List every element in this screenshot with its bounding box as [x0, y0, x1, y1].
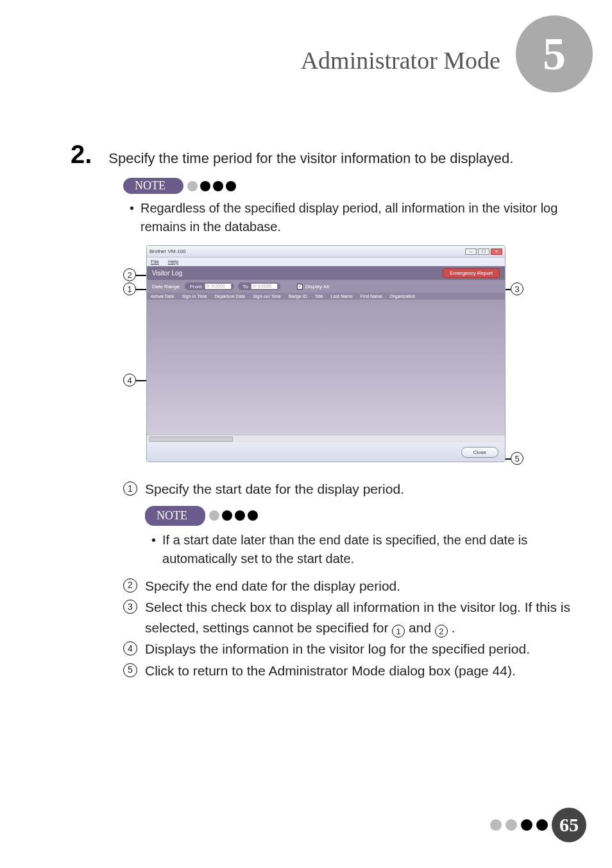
circle-4-icon: 4 [123, 641, 137, 655]
app-window: Brother VM-100 – ☐ × File Help Visitor L… [146, 245, 506, 462]
step-text: Specify the time period for the visitor … [108, 141, 513, 169]
to-label: To [243, 284, 248, 290]
dot-icon [490, 819, 502, 831]
date-range-row: Date Range: From 9/ 9/2008 To 9/ 9/2008 … [147, 280, 505, 293]
note-pill-row: NOTE [145, 506, 574, 526]
callout-line [506, 458, 511, 460]
scrollbar-thumb[interactable] [149, 437, 233, 442]
expl-text-3: Select this check box to display all inf… [145, 597, 574, 638]
expl-item-3: 3 Select this check box to display all i… [123, 597, 574, 638]
note-bullet: • Regardless of the specified display pe… [130, 199, 574, 236]
dot-icon [536, 819, 548, 831]
expl-3c: . [452, 620, 455, 635]
note-block-2: NOTE • If a start date later than the en… [145, 506, 574, 568]
note-pill-row: NOTE [123, 178, 574, 194]
col-header[interactable]: Departure Date [211, 294, 250, 299]
callout-3: 3 [511, 282, 523, 295]
menu-help[interactable]: Help [168, 259, 178, 265]
inline-circle-2-icon: 2 [435, 625, 448, 638]
display-all-group: ✓ Display All [297, 284, 329, 290]
callout-4: 4 [123, 374, 136, 386]
page-footer: 65 [490, 808, 586, 842]
dot-icon [200, 181, 210, 191]
col-header[interactable]: Title [311, 294, 327, 299]
table-header-row: Arrival Date Sign In Time Departure Date… [147, 293, 505, 300]
dot-icon [506, 819, 517, 831]
menu-file[interactable]: File [151, 259, 159, 265]
expl-3a: Select this check box to display all inf… [145, 600, 570, 635]
expl-item-1: 1 Specify the start date for the display… [123, 479, 574, 499]
col-header[interactable]: Sign In Time [178, 294, 211, 299]
expl-item-4: 4 Displays the information in the visito… [123, 639, 574, 659]
to-pill: To 9/ 9/2008 [238, 282, 280, 290]
from-label: From [190, 284, 202, 290]
emergency-report-button[interactable]: Emergency Report [443, 268, 500, 278]
circle-5-icon: 5 [123, 663, 137, 677]
callout-2: 2 [123, 268, 136, 281]
maximize-button[interactable]: ☐ [478, 248, 489, 255]
callout-1: 1 [123, 282, 136, 295]
expl-3b: and [409, 620, 435, 635]
col-header[interactable]: Last Name [327, 294, 357, 299]
col-header[interactable]: Sign-out Time [249, 294, 284, 299]
footer-bar: Close [147, 442, 505, 462]
chapter-badge: 5 [516, 15, 593, 92]
note-text: If a start date later than the end date … [162, 531, 561, 568]
dot-icon [187, 181, 198, 191]
bullet-icon: • [151, 531, 156, 568]
circle-1-icon: 1 [123, 482, 137, 496]
callout-line [506, 289, 511, 290]
menubar: File Help [147, 257, 505, 266]
inline-circle-1-icon: 1 [392, 625, 405, 638]
expl-text-1: Specify the start date for the display p… [145, 479, 404, 499]
close-button[interactable]: Close [461, 447, 498, 458]
expl-item-2: 2 Specify the end date for the display p… [123, 576, 574, 596]
page-content: 2. Specify the time period for the visit… [71, 141, 574, 682]
col-header[interactable]: First Name [357, 294, 386, 299]
expl-text-4: Displays the information in the visitor … [145, 639, 530, 659]
col-header[interactable]: Badge ID [285, 294, 311, 299]
dot-icon [248, 510, 258, 521]
dot-icon [235, 510, 245, 521]
window-title: Brother VM-100 [149, 248, 185, 254]
callout-line [136, 380, 146, 381]
from-date-input[interactable]: 9/ 9/2008 [205, 283, 232, 290]
screenshot-figure: 2 1 3 4 5 Brother VM-100 – ☐ × File Help [123, 245, 534, 462]
callout-line [136, 289, 146, 290]
dot-icon [226, 181, 236, 191]
window-close-button[interactable]: × [491, 248, 502, 255]
callout-line [136, 275, 146, 276]
minimize-button[interactable]: – [465, 248, 477, 255]
panel-title: Visitor Log [152, 270, 182, 277]
note-label: NOTE [145, 506, 205, 526]
note-bullet: • If a start date later than the end dat… [151, 531, 574, 568]
horizontal-scrollbar[interactable] [147, 435, 505, 442]
step-number: 2. [71, 141, 92, 167]
note-block-1: NOTE • Regardless of the specified displ… [123, 178, 574, 236]
expl-text-2: Specify the end date for the display per… [145, 576, 400, 596]
note-label: NOTE [123, 178, 183, 194]
page-number-badge: 65 [552, 808, 586, 842]
dot-icon [213, 181, 223, 191]
from-pill: From 9/ 9/2008 [185, 282, 234, 290]
window-buttons: – ☐ × [465, 248, 502, 255]
bullet-icon: • [130, 199, 134, 236]
display-all-checkbox[interactable]: ✓ [297, 284, 303, 290]
callout-5: 5 [511, 452, 523, 465]
col-header[interactable]: Arrival Date [147, 294, 178, 299]
circle-3-icon: 3 [123, 600, 137, 614]
note-text: Regardless of the specified display peri… [140, 199, 561, 236]
dot-decor [209, 510, 258, 521]
to-date-input[interactable]: 9/ 9/2008 [251, 283, 278, 290]
display-all-label: Display All [305, 284, 329, 290]
step-2: 2. Specify the time period for the visit… [71, 141, 574, 169]
titlebar: Brother VM-100 – ☐ × [147, 246, 505, 257]
dot-decor [187, 181, 236, 191]
expl-text-5: Click to return to the Administrator Mod… [145, 661, 516, 681]
table-body-empty [147, 300, 505, 435]
col-header[interactable]: Organization [386, 294, 420, 299]
dot-icon [222, 510, 232, 521]
explanation-list: 1 Specify the start date for the display… [123, 479, 574, 681]
page-header: Administrator Mode 5 [0, 28, 612, 92]
expl-item-5: 5 Click to return to the Administrator M… [123, 661, 574, 681]
